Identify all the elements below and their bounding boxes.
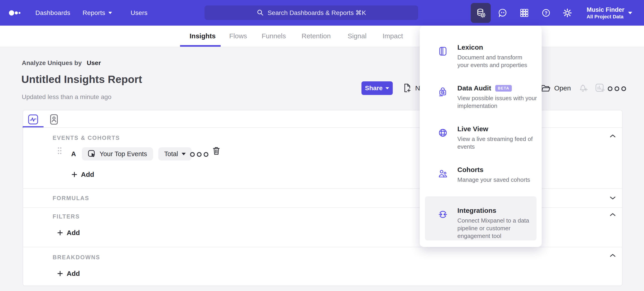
- settings-button[interactable]: [558, 3, 577, 23]
- menu-item-desc: View possible issues with your implement…: [458, 94, 537, 110]
- plus-icon: [57, 271, 63, 277]
- report-title[interactable]: Untitled Insights Report: [21, 73, 142, 85]
- report-type-tabs: Insights Flows Funnels Retention Signal …: [0, 26, 644, 47]
- data-management-menu: Lexicon Document and transform your even…: [420, 26, 542, 247]
- share-label: Share: [365, 84, 383, 92]
- data-management-button[interactable]: [471, 3, 491, 23]
- menu-item-cohorts[interactable]: Cohorts Manage your saved cohorts: [420, 165, 542, 205]
- menu-item-integrations[interactable]: Integrations Connect Mixpanel to a data …: [420, 206, 542, 246]
- event-name: Your Top Events: [100, 150, 147, 158]
- analyze-value-dropdown[interactable]: User: [87, 59, 101, 66]
- metric-caret-icon: [182, 153, 186, 155]
- new-report-label: N: [415, 84, 420, 92]
- menu-item-desc: Document and transform your events and p…: [458, 53, 527, 69]
- updated-timestamp: Updated less than a minute ago: [22, 93, 111, 101]
- add-filter-button[interactable]: Add: [57, 228, 80, 238]
- plus-icon: [57, 230, 63, 236]
- feedback-button[interactable]: [492, 3, 512, 23]
- beta-badge: BETA: [495, 85, 512, 92]
- kebab-dot: [204, 152, 208, 157]
- metric-value: Total: [164, 150, 178, 158]
- database-gear-icon: [476, 8, 486, 18]
- kebab-dot: [608, 86, 612, 91]
- book-icon: [438, 46, 448, 56]
- gear-icon: [562, 8, 572, 18]
- svg-text:?: ?: [544, 10, 548, 16]
- active-tab-underline: [180, 45, 221, 47]
- apps-grid-button[interactable]: [514, 3, 534, 23]
- help-button[interactable]: ?: [536, 3, 556, 23]
- metrics-tab[interactable]: [28, 114, 38, 125]
- tab-funnels[interactable]: Funnels: [262, 26, 286, 46]
- metric-dropdown-chip[interactable]: Total: [158, 147, 192, 160]
- menu-item-desc: Manage your saved cohorts: [458, 176, 530, 184]
- plus-icon: [72, 172, 77, 177]
- nav-link-reports[interactable]: Reports: [82, 0, 105, 26]
- new-report-button[interactable]: N: [402, 83, 420, 93]
- breakdowns-section-label: BREAKDOWNS: [52, 254, 100, 261]
- filters-section-label: FILTERS: [52, 213, 80, 220]
- kebab-dot: [614, 86, 619, 91]
- add-event-button[interactable]: Add: [72, 170, 94, 180]
- add-chart-icon[interactable]: [595, 83, 605, 93]
- events-section-label: EVENTS & COHORTS: [52, 135, 120, 141]
- add-event-label: Add: [81, 171, 94, 178]
- audit-lock-icon: [438, 87, 448, 97]
- add-alert-icon[interactable]: [578, 83, 588, 93]
- menu-item-title: Lexicon: [458, 43, 483, 52]
- nav-link-dashboards[interactable]: Dashboards: [35, 0, 70, 26]
- nav-link-users[interactable]: Users: [130, 0, 148, 26]
- drag-handle[interactable]: [57, 146, 62, 155]
- analyze-line: Analyze Uniques byUser: [22, 59, 101, 67]
- grid-icon: [519, 8, 530, 18]
- share-caret-icon: [386, 87, 389, 89]
- globe-icon: [438, 128, 448, 138]
- event-selector-chip[interactable]: Your Top Events: [82, 147, 153, 160]
- search-placeholder: Search Dashboards & Reports ⌘K: [268, 9, 366, 16]
- events-collapse-chevron-up-icon[interactable]: [610, 134, 616, 138]
- tab-retention[interactable]: Retention: [302, 26, 330, 46]
- cohorts-people-icon: [438, 168, 448, 179]
- menu-item-desc: View a live streaming feed of events: [458, 135, 533, 150]
- kebab-dot: [190, 152, 195, 157]
- top-nav: Dashboards Reports Users Search Dashboar…: [0, 0, 644, 26]
- tab-flows[interactable]: Flows: [229, 26, 247, 46]
- event-click-icon: [88, 150, 96, 158]
- share-button[interactable]: Share: [362, 81, 393, 95]
- breakdowns-collapse-chevron-up-icon[interactable]: [610, 253, 616, 257]
- menu-item-desc: Connect Mixpanel to a data pipeline or c…: [458, 217, 529, 240]
- project-switcher[interactable]: Music Finder All Project Data: [587, 0, 624, 26]
- global-search-input[interactable]: Search Dashboards & Reports ⌘K: [204, 5, 418, 20]
- integrations-sync-icon: [438, 209, 448, 220]
- report-more-options-button[interactable]: [608, 86, 626, 91]
- menu-item-live-view[interactable]: Live View View a live streaming feed of …: [420, 125, 542, 165]
- profiles-tab[interactable]: [48, 114, 60, 125]
- menu-item-title: Live View: [458, 125, 488, 133]
- menu-item-title: Data Audit: [458, 84, 491, 92]
- project-scope: All Project Data: [587, 13, 624, 20]
- add-breakdown-button[interactable]: Add: [57, 269, 80, 279]
- kebab-dot: [621, 86, 626, 91]
- add-breakdown-label: Add: [67, 270, 80, 278]
- add-filter-label: Add: [67, 229, 80, 237]
- tab-signal[interactable]: Signal: [348, 26, 366, 46]
- help-icon: ?: [541, 8, 551, 18]
- tab-insights[interactable]: Insights: [190, 26, 216, 46]
- delete-event-button[interactable]: [212, 146, 220, 156]
- kebab-dot: [197, 152, 202, 157]
- project-caret-icon: [628, 12, 632, 14]
- chat-bubble-icon: [497, 8, 508, 18]
- formulas-section-label: FORMULAS: [52, 195, 89, 202]
- event-row-more-button[interactable]: [190, 152, 208, 157]
- menu-item-data-audit[interactable]: Data Audit BETA View possible issues wit…: [420, 84, 542, 124]
- open-report-button[interactable]: Open: [540, 83, 571, 93]
- menu-item-title: Cohorts: [458, 165, 484, 174]
- mixpanel-logo-icon[interactable]: [8, 8, 31, 18]
- menu-item-title: Integrations: [458, 206, 496, 215]
- open-label: Open: [554, 84, 571, 92]
- menu-item-lexicon[interactable]: Lexicon Document and transform your even…: [420, 43, 542, 83]
- folder-open-icon: [540, 83, 551, 93]
- filters-collapse-chevron-up-icon[interactable]: [610, 213, 616, 216]
- tab-impact[interactable]: Impact: [382, 26, 403, 46]
- formulas-expand-chevron-down-icon[interactable]: [610, 196, 616, 200]
